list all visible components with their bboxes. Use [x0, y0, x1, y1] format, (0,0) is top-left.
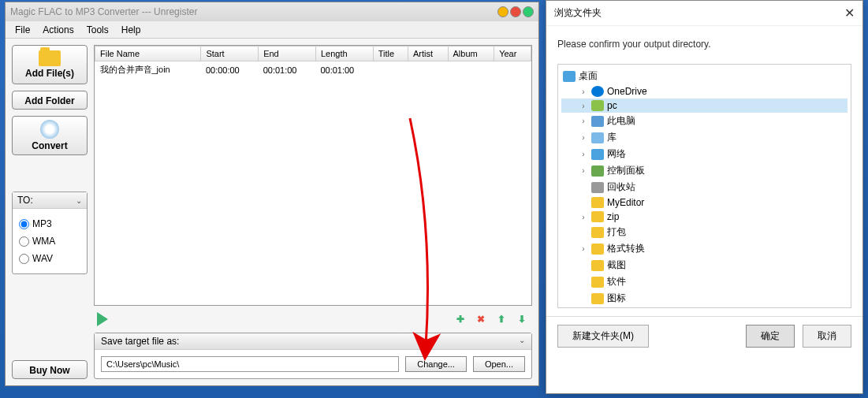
menu-actions[interactable]: Actions [43, 24, 73, 35]
folder-tree[interactable]: 桌面 ›OneDrive›pc›此电脑›库›网络›控制面板回收站MyEditor… [557, 64, 851, 308]
cancel-button[interactable]: 取消 [803, 325, 851, 348]
tree-root[interactable]: 桌面 [561, 68, 848, 84]
add-icon[interactable]: ✚ [453, 312, 468, 326]
format-radio-wav[interactable]: WAV [19, 250, 80, 267]
column-header[interactable]: End [259, 46, 316, 61]
playback-toolbar: ✚ ✖ ⬆ ⬇ [94, 311, 532, 328]
buy-now-label: Buy Now [29, 365, 69, 376]
tree-item-label: zip [607, 211, 619, 222]
radio-input[interactable] [19, 254, 29, 264]
menu-help[interactable]: Help [121, 24, 141, 35]
column-header[interactable]: Year [494, 46, 531, 61]
tree-item[interactable]: 图标 [561, 290, 848, 307]
radio-label: WAV [32, 253, 53, 264]
save-label: Save target file as: [101, 336, 179, 347]
tree-item-label: 控制面板 [607, 164, 645, 177]
folder-icon [39, 50, 61, 66]
new-folder-button[interactable]: 新建文件夹(M) [557, 325, 649, 348]
cell-filename: 我的合并声音_join [95, 61, 201, 79]
main-area: File NameStartEndLengthTitleArtistAlbumY… [94, 45, 532, 379]
radio-label: MP3 [32, 218, 52, 229]
column-header[interactable]: Album [448, 46, 494, 61]
menu-tools[interactable]: Tools [87, 24, 109, 35]
add-folder-button[interactable]: Add Folder [12, 91, 88, 110]
tree-item[interactable]: 打包 [561, 224, 848, 240]
tree-item[interactable]: ›pc [561, 99, 848, 113]
folder-icon [591, 260, 604, 271]
add-folder-label: Add Folder [24, 95, 74, 106]
browse-folder-dialog: 浏览文件夹 ✕ Please confirm your output direc… [546, 0, 863, 394]
tree-item-label: 格式转换 [607, 242, 645, 255]
expand-arrow-icon[interactable]: › [579, 87, 588, 96]
buy-now-button[interactable]: Buy Now [12, 360, 88, 379]
tree-item[interactable]: 软件 [561, 273, 848, 290]
tree-item[interactable]: MyEditor [561, 195, 848, 210]
column-header[interactable]: Title [373, 46, 408, 61]
table-row[interactable]: 我的合并声音_join00:00:0000:01:0000:01:00 [95, 61, 531, 79]
tree-item-label: pc [607, 100, 617, 111]
radio-input[interactable] [19, 219, 29, 229]
collapse-icon[interactable]: ⌄ [76, 196, 82, 205]
tree-item[interactable]: ›此电脑 [561, 113, 848, 129]
expand-arrow-icon[interactable]: › [579, 244, 588, 253]
play-button[interactable] [97, 312, 108, 326]
tree-item[interactable]: 截图 [561, 257, 848, 273]
menu-file[interactable]: File [15, 24, 30, 35]
column-header[interactable]: File Name [95, 46, 201, 61]
tree-root-label: 桌面 [579, 69, 598, 83]
tree-item[interactable]: ›格式转换 [561, 240, 848, 257]
expand-arrow-icon[interactable]: › [579, 213, 588, 221]
bin-icon [591, 182, 604, 193]
expand-arrow-icon[interactable]: › [579, 117, 588, 125]
open-button[interactable]: Open... [473, 356, 525, 372]
tree-item[interactable]: ›库 [561, 129, 848, 146]
desktop-icon [563, 71, 576, 82]
cell-end: 00:01:00 [259, 61, 316, 79]
change-button[interactable]: Change... [405, 356, 467, 372]
cell-title [373, 61, 408, 79]
folder-icon [591, 277, 604, 288]
file-table[interactable]: File NameStartEndLengthTitleArtistAlbumY… [94, 45, 532, 306]
window-title: Magic FLAC to MP3 Converter --- Unregist… [10, 6, 197, 17]
add-files-label: Add File(s) [25, 68, 74, 79]
cloud-icon [591, 86, 604, 97]
tree-item-label: 打包 [607, 225, 626, 239]
column-header[interactable]: Length [315, 46, 373, 61]
tree-item[interactable]: ›zip [561, 210, 848, 224]
tree-item-label: 图标 [607, 292, 626, 305]
tree-item-label: OneDrive [607, 86, 647, 97]
add-files-button[interactable]: Add File(s) [12, 45, 88, 84]
column-header[interactable]: Artist [408, 46, 448, 61]
titlebar: Magic FLAC to MP3 Converter --- Unregist… [6, 2, 538, 21]
collapse-icon[interactable]: ⌄ [519, 336, 525, 347]
column-header[interactable]: Start [201, 46, 259, 61]
convert-button[interactable]: Convert [12, 116, 88, 155]
to-panel: TO: ⌄ MP3WMAWAV [12, 192, 88, 274]
radio-input[interactable] [19, 236, 29, 247]
tree-item[interactable]: ›OneDrive [561, 84, 848, 99]
tree-item-label: 回收站 [607, 180, 635, 194]
minimize-button[interactable] [497, 6, 509, 17]
close-button[interactable] [523, 6, 534, 17]
format-radio-wma[interactable]: WMA [19, 232, 80, 250]
expand-arrow-icon[interactable]: › [579, 166, 588, 175]
maximize-button[interactable] [510, 6, 521, 17]
lib-icon [591, 132, 604, 143]
save-path-input[interactable] [101, 356, 399, 372]
dialog-close-button[interactable]: ✕ [844, 6, 855, 20]
folder-icon [591, 293, 604, 304]
tree-item[interactable]: ›网络 [561, 146, 848, 162]
up-icon[interactable]: ⬆ [494, 312, 509, 326]
expand-arrow-icon[interactable]: › [579, 133, 588, 142]
expand-arrow-icon[interactable]: › [579, 150, 588, 158]
tree-item-label: 网络 [607, 147, 626, 161]
expand-arrow-icon[interactable]: › [579, 102, 588, 110]
remove-icon[interactable]: ✖ [474, 312, 488, 326]
tree-item[interactable]: 回收站 [561, 179, 848, 195]
format-radio-mp3[interactable]: MP3 [19, 215, 80, 232]
cell-year [494, 61, 531, 79]
tree-item[interactable]: ›控制面板 [561, 162, 848, 179]
down-icon[interactable]: ⬇ [515, 312, 529, 326]
radio-label: WMA [32, 236, 55, 247]
ok-button[interactable]: 确定 [746, 325, 795, 348]
